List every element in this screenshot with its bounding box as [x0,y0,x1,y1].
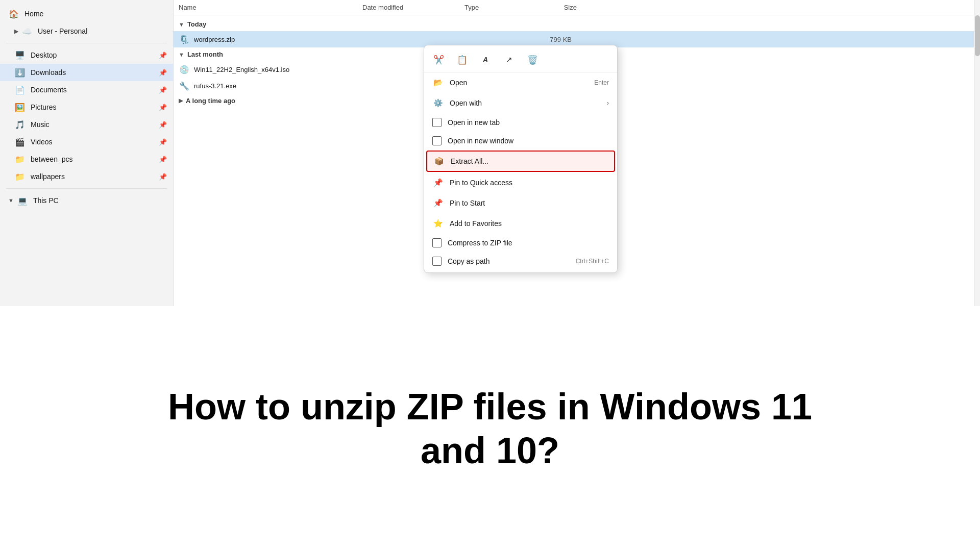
context-menu-item-open-new-window[interactable]: Open in new window [424,132,617,150]
context-compress-label: Compress to ZIP file [448,239,609,247]
compress-icon [432,238,442,247]
bottom-headline: How to unzip ZIP files in Windows 11 and… [168,385,812,473]
context-cut-button[interactable]: ✂️ [430,52,447,68]
context-open-new-tab-label: Open in new tab [448,118,609,127]
open-new-window-icon [432,136,442,145]
sidebar-separator-2 [6,188,167,189]
videos-icon: 🎬 [14,136,26,147]
documents-icon: 📄 [14,84,26,95]
context-share-button[interactable]: ↗ [501,52,517,68]
chevron-right-icon: ▶ [14,28,18,35]
context-copy-button[interactable]: 📋 [454,52,470,68]
pin-icon-music: 📌 [159,121,167,129]
sidebar-item-documents-label: Documents [31,86,159,94]
copy-path-icon [432,257,442,266]
context-menu-item-extract-all[interactable]: 📦 Extract All... [426,151,615,172]
context-open-label: Open [450,79,594,87]
open-with-icon: ⚙️ [432,97,444,109]
pin-icon-documents: 📌 [159,86,167,94]
explorer-window: 🏠 Home ▶ ☁️ User - Personal 🖥️ Desktop 📌… [0,0,980,306]
context-menu-item-copy-path[interactable]: Copy as path Ctrl+Shift+C [424,252,617,270]
file-name-rufus: rufus-3.21.exe [194,82,357,90]
context-extract-label: Extract All... [451,157,608,165]
col-header-name[interactable]: Name [179,4,362,11]
extract-icon: 📦 [433,156,445,167]
sidebar-item-this-pc-label: This PC [33,196,167,205]
context-open-new-window-label: Open in new window [448,137,609,145]
group-last-month-label: Last month [187,51,223,58]
scrollbar-track[interactable] [974,0,980,306]
pin-icon-downloads: 📌 [159,69,167,77]
sidebar-item-user-personal-label: User - Personal [38,27,167,35]
home-icon: 🏠 [8,8,19,19]
pin-icon-between-pcs: 📌 [159,156,167,163]
pin-quick-icon: 📌 [432,177,444,188]
context-open-with-label: Open with [450,99,607,107]
sidebar-item-downloads-label: Downloads [31,68,159,77]
pictures-icon: 🖼️ [14,102,26,113]
context-menu-item-open-with[interactable]: ⚙️ Open with › [424,93,617,113]
sidebar-item-music[interactable]: 🎵 Music 📌 [0,116,173,133]
bottom-line1: How to unzip ZIP files in Windows 11 [168,386,812,427]
sidebar-item-between-pcs[interactable]: 📁 between_pcs 📌 [0,151,173,168]
pc-icon: 💻 [17,195,28,206]
onedrive-icon: ☁️ [21,26,33,37]
column-headers: Name Date modified Type Size [174,0,980,15]
context-menu-item-add-favorites[interactable]: ⭐ Add to Favorites [424,213,617,234]
sidebar-item-pictures[interactable]: 🖼️ Pictures 📌 [0,98,173,116]
context-menu-item-pin-quick[interactable]: 📌 Pin to Quick access [424,172,617,193]
file-name-win11: Win11_22H2_English_x64v1.iso [194,66,357,73]
chevron-today-icon: ▼ [179,21,184,28]
pin-icon: 📌 [159,52,167,59]
sidebar-item-desktop-label: Desktop [31,51,159,59]
context-menu-item-compress[interactable]: Compress to ZIP file [424,234,617,252]
sidebar-item-home[interactable]: 🏠 Home [0,5,173,22]
folder-icon-wallpapers: 📁 [14,171,26,182]
group-long-ago-label: A long time ago [186,97,235,105]
sidebar-item-music-label: Music [31,120,159,129]
context-copy-path-label: Copy as path [448,257,576,265]
sidebar-item-user-personal[interactable]: ▶ ☁️ User - Personal [0,22,173,40]
exe-file-icon: 🔧 [179,80,190,91]
zip-file-icon: 🗜️ [179,34,190,45]
sidebar-item-pictures-label: Pictures [31,103,159,111]
sidebar-item-desktop[interactable]: 🖥️ Desktop 📌 [0,46,173,64]
desktop-icon: 🖥️ [14,49,26,61]
context-delete-button[interactable]: 🗑️ [524,52,541,68]
sidebar-item-this-pc[interactable]: ▼ 💻 This PC [0,192,173,209]
col-header-size[interactable]: Size [526,4,577,11]
pin-icon-videos: 📌 [159,138,167,146]
context-menu-item-open[interactable]: 📂 Open Enter [424,72,617,93]
group-header-today[interactable]: ▼ Today [174,17,980,31]
iso-file-icon: 💿 [179,64,190,75]
context-rename-button[interactable]: A [477,52,494,68]
scrollbar-thumb[interactable] [975,15,980,56]
sidebar-item-between-pcs-label: between_pcs [31,155,159,163]
file-name-wordpress: wordpress.zip [194,36,357,43]
favorites-icon: ⭐ [432,218,444,229]
open-new-tab-icon [432,118,442,127]
context-menu-item-pin-start[interactable]: 📌 Pin to Start [424,193,617,213]
sidebar-separator [6,43,167,43]
context-pin-start-label: Pin to Start [450,199,609,207]
pin-start-icon: 📌 [432,197,444,209]
file-content-area: Name Date modified Type Size ▼ Today 🗜️ … [174,0,980,306]
pin-icon-wallpapers: 📌 [159,173,167,181]
sidebar-item-downloads[interactable]: ⬇️ Downloads 📌 [0,64,173,81]
sidebar-item-documents[interactable]: 📄 Documents 📌 [0,81,173,98]
context-copy-path-shortcut: Ctrl+Shift+C [576,258,609,265]
col-header-type[interactable]: Type [464,4,526,11]
file-size-wordpress: 799 KB [521,36,572,43]
sidebar-item-videos[interactable]: 🎬 Videos 📌 [0,133,173,151]
col-header-date[interactable]: Date modified [362,4,464,11]
chevron-last-month-icon: ▼ [179,52,184,58]
sidebar-item-home-label: Home [24,10,167,18]
context-open-shortcut: Enter [594,79,609,86]
folder-icon-between-pcs: 📁 [14,154,26,165]
group-today-label: Today [187,20,206,28]
pin-icon-pictures: 📌 [159,104,167,111]
context-menu-item-open-new-tab[interactable]: Open in new tab [424,113,617,132]
sidebar-item-wallpapers[interactable]: 📁 wallpapers 📌 [0,168,173,185]
open-icon: 📂 [432,77,444,88]
context-pin-quick-label: Pin to Quick access [450,179,609,187]
